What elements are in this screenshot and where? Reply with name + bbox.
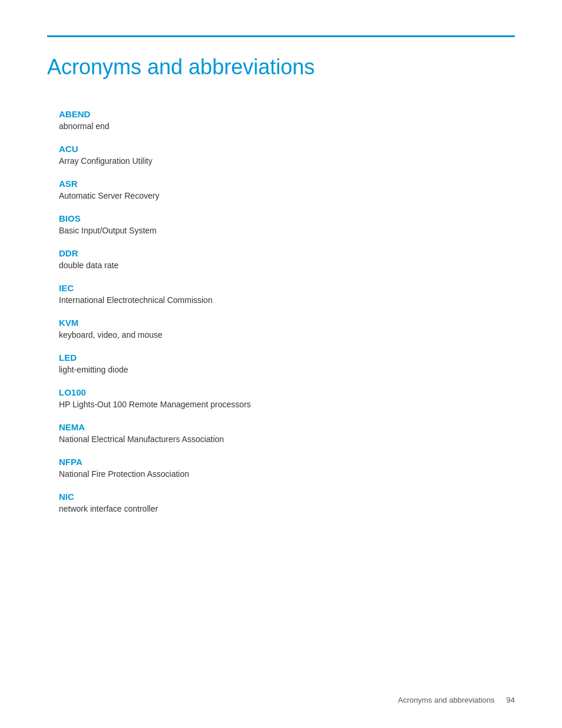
acronym-term: DDR (59, 248, 515, 258)
acronym-definition: International Electrotechnical Commissio… (59, 295, 515, 305)
list-item: DDRdouble data rate (59, 248, 515, 270)
acronym-definition: National Fire Protection Association (59, 469, 515, 479)
acronym-list: ABENDabnormal endACUArray Configuration … (59, 109, 515, 513)
acronym-definition: Array Configuration Utility (59, 156, 515, 166)
list-item: ABENDabnormal end (59, 109, 515, 131)
page-title: Acronyms and abbreviations (47, 49, 515, 80)
list-item: NICnetwork interface controller (59, 492, 515, 513)
list-item: IECInternational Electrotechnical Commis… (59, 283, 515, 305)
acronym-definition: Basic Input/Output System (59, 226, 515, 235)
list-item: ASRAutomatic Server Recovery (59, 179, 515, 200)
acronym-term: ACU (59, 144, 515, 154)
list-item: KVMkeyboard, video, and mouse (59, 318, 515, 340)
page-container: Acronyms and abbreviations ABENDabnormal… (0, 0, 562, 574)
acronym-definition: light-emitting diode (59, 365, 515, 374)
list-item: NEMANational Electrical Manufacturers As… (59, 422, 515, 444)
list-item: ACUArray Configuration Utility (59, 144, 515, 166)
acronym-term: NEMA (59, 422, 515, 432)
footer-text: Acronyms and abbreviations (398, 696, 495, 704)
acronym-term: ASR (59, 179, 515, 189)
acronym-definition: National Electrical Manufacturers Associ… (59, 434, 515, 444)
acronym-term: KVM (59, 318, 515, 328)
list-item: BIOSBasic Input/Output System (59, 213, 515, 235)
acronym-definition: abnormal end (59, 121, 515, 131)
top-border (47, 35, 515, 37)
list-item: LEDlight-emitting diode (59, 353, 515, 374)
acronym-definition: HP Lights-Out 100 Remote Management proc… (59, 400, 515, 409)
list-item: NFPANational Fire Protection Association (59, 457, 515, 479)
acronym-term: LO100 (59, 387, 515, 397)
acronym-definition: Automatic Server Recovery (59, 191, 515, 200)
acronym-definition: network interface controller (59, 504, 515, 513)
acronym-term: NFPA (59, 457, 515, 467)
acronym-term: BIOS (59, 213, 515, 223)
acronym-definition: keyboard, video, and mouse (59, 330, 515, 340)
acronym-term: ABEND (59, 109, 515, 119)
list-item: LO100HP Lights-Out 100 Remote Management… (59, 387, 515, 409)
acronym-term: NIC (59, 492, 515, 502)
acronym-term: IEC (59, 283, 515, 293)
acronym-definition: double data rate (59, 261, 515, 270)
page-footer: Acronyms and abbreviations 94 (398, 696, 515, 704)
footer-page-number: 94 (507, 696, 515, 704)
acronym-term: LED (59, 353, 515, 363)
